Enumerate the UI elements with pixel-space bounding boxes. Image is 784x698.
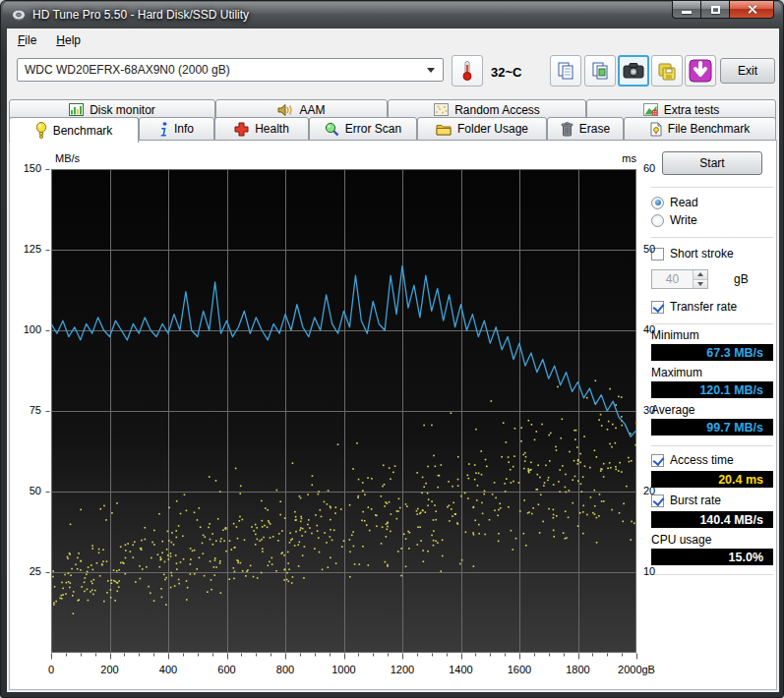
speaker-icon	[277, 103, 293, 117]
tab-benchmark[interactable]: Benchmark	[9, 117, 139, 143]
trash-icon	[561, 122, 573, 137]
x-tick-label: 1800	[551, 664, 606, 675]
copy-image-icon	[590, 61, 610, 81]
minimize-button[interactable]	[672, 1, 701, 19]
tab-health[interactable]: Health	[214, 117, 309, 141]
maximize-icon	[711, 6, 720, 14]
menu-help[interactable]: Help	[47, 30, 90, 50]
y-left-tick-label: 50	[16, 485, 41, 496]
app-icon	[11, 7, 27, 23]
x-tick-label: 2000gB	[609, 664, 664, 675]
info-icon	[159, 122, 168, 137]
transfer-rate-checkbox[interactable]	[651, 301, 664, 314]
error-scan-icon	[325, 122, 339, 137]
x-tick-label: 800	[258, 664, 313, 675]
menu-file[interactable]: File	[9, 30, 45, 50]
extra-tests-icon	[643, 103, 658, 116]
temperature-value: 32~C	[491, 65, 521, 80]
transfer-rate-row[interactable]: Transfer rate	[651, 300, 773, 314]
access-time-checkbox[interactable]	[651, 454, 664, 467]
camera-icon	[623, 62, 644, 80]
x-tick-label: 600	[200, 664, 255, 675]
y-left-tick-label: 100	[16, 323, 41, 335]
thermometer-icon	[458, 60, 476, 82]
close-button[interactable]	[730, 1, 774, 19]
x-tick-label: 1200	[375, 664, 430, 675]
arrow-up-icon	[697, 272, 703, 276]
y-left-axis-title: MB/s	[55, 152, 80, 164]
y-left-tick-label: 125	[16, 243, 41, 255]
app-window: HD Tune Pro 5.50 - Hard Disk/SSD Utility…	[0, 0, 784, 698]
access-time-row[interactable]: Access time	[651, 453, 773, 467]
chevron-down-icon	[427, 68, 435, 73]
short-stroke-capacity-stepper[interactable]: 40	[651, 269, 708, 289]
y-right-axis-title: ms	[607, 152, 636, 164]
minimum-value: 67.3 MB/s	[651, 344, 773, 361]
save-button[interactable]	[651, 55, 683, 87]
maximum-label: Maximum	[651, 366, 773, 379]
write-radio-row[interactable]: Write	[651, 213, 773, 227]
file-benchmark-icon	[650, 122, 662, 137]
drive-select[interactable]: WDC WD20EFRX-68AX9N0 (2000 gB)	[17, 58, 444, 82]
copy-text-icon	[556, 61, 575, 81]
y-left-tick-label: 25	[16, 565, 41, 577]
maximum-value: 120.1 MB/s	[651, 381, 773, 398]
benchmark-icon	[35, 122, 47, 139]
health-cross-icon	[234, 122, 249, 137]
read-radio-row[interactable]: Read	[651, 196, 773, 209]
save-icon	[657, 61, 677, 81]
menubar: File Help	[7, 29, 779, 52]
cpu-usage-value: 15.0%	[651, 549, 773, 565]
benchmark-controls: Start Read Write Short stroke 4	[651, 145, 773, 575]
x-tick-label: 0	[24, 664, 79, 675]
tab-folder-usage[interactable]: Folder Usage	[417, 117, 547, 141]
benchmark-panel: MB/s ms Start Read Write Shor	[9, 140, 777, 690]
x-tick-label: 1400	[434, 664, 489, 675]
y-right-tick-label: 20	[643, 485, 673, 496]
y-right-tick-label: 40	[643, 323, 673, 335]
short-stroke-capacity-value: 40	[652, 270, 693, 288]
random-access-icon	[434, 103, 449, 116]
tab-error-scan[interactable]: Error Scan	[309, 117, 417, 141]
screenshot-button[interactable]	[618, 55, 649, 87]
client-area: File Help WDC WD20EFRX-68AX9N0 (2000 gB)…	[7, 29, 779, 692]
primary-tabs: Benchmark Info Health	[9, 117, 777, 141]
download-icon	[689, 59, 712, 83]
close-icon	[747, 4, 757, 15]
drive-select-value: WDC WD20EFRX-68AX9N0 (2000 gB)	[25, 63, 230, 77]
benchmark-chart-canvas	[45, 169, 643, 662]
x-tick-label: 200	[83, 664, 138, 675]
write-radio[interactable]	[651, 214, 664, 227]
tab-info[interactable]: Info	[139, 117, 214, 141]
disk-monitor-icon	[69, 103, 84, 116]
copy-image-button[interactable]	[584, 55, 616, 87]
x-tick-label: 1000	[317, 664, 372, 675]
titlebar[interactable]: HD Tune Pro 5.50 - Hard Disk/SSD Utility	[1, 1, 783, 29]
stepper-up-button[interactable]	[694, 270, 707, 279]
tab-file-benchmark[interactable]: File Benchmark	[624, 117, 776, 141]
exit-button[interactable]: Exit	[720, 58, 775, 84]
average-value: 99.7 MB/s	[651, 419, 773, 436]
window-title: HD Tune Pro 5.50 - Hard Disk/SSD Utility	[32, 8, 249, 22]
y-right-tick-label: 60	[643, 162, 673, 174]
copy-text-button[interactable]	[550, 55, 581, 87]
y-right-tick-label: 50	[643, 243, 673, 255]
cpu-usage-label: CPU usage	[651, 533, 773, 547]
read-radio[interactable]	[651, 197, 664, 209]
y-left-tick-label: 150	[16, 162, 41, 174]
folder-icon	[436, 123, 452, 136]
temperature-button[interactable]	[452, 55, 483, 87]
capacity-unit-label: gB	[734, 272, 749, 286]
y-right-tick-label: 30	[643, 404, 673, 416]
burst-rate-value: 140.4 MB/s	[651, 511, 773, 528]
y-right-tick-label: 10	[643, 565, 673, 577]
start-button[interactable]: Start	[662, 151, 762, 175]
y-left-tick-label: 75	[16, 404, 41, 416]
arrow-down-icon	[697, 282, 703, 286]
tab-erase[interactable]: Erase	[547, 117, 624, 141]
stepper-down-button[interactable]	[694, 279, 707, 289]
download-button[interactable]	[685, 55, 716, 87]
maximize-button[interactable]	[701, 1, 730, 19]
x-tick-label: 1600	[492, 664, 547, 675]
x-tick-label: 400	[141, 664, 196, 675]
